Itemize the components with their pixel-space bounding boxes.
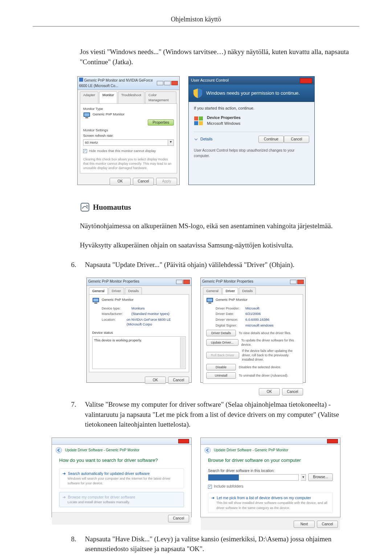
svg-rect-10: [93, 299, 98, 301]
uac-app-publisher: Microsoft Windows: [207, 121, 241, 127]
chevron-down-icon[interactable]: ▾: [301, 474, 306, 481]
back-icon[interactable]: [204, 447, 211, 454]
hide-modes-checkbox[interactable]: ✓: [83, 149, 87, 153]
driver-date-label: Driver Date:: [216, 312, 245, 316]
cancel-button[interactable]: Cancel: [133, 178, 154, 185]
svg-point-15: [56, 447, 62, 453]
figure-row-1: Generic PnP Monitor and NVIDIA GeForce 6…: [33, 76, 359, 185]
svg-rect-11: [94, 303, 97, 304]
option-subtitle: Locate and install driver software manua…: [68, 500, 181, 505]
maximize-button[interactable]: [164, 81, 171, 85]
note-icon: [80, 202, 90, 212]
note-paragraph-2: Hyväksytty alkuperäinen ohjain on saatav…: [80, 240, 359, 250]
close-button[interactable]: [297, 280, 304, 284]
next-button[interactable]: Next: [294, 521, 315, 528]
tab-general[interactable]: General: [203, 287, 222, 294]
svg-rect-13: [207, 299, 212, 301]
step-8-text: Napsauta "Have Disk..." (Levy) ja valits…: [85, 534, 359, 554]
step-6-number: 6.: [62, 260, 76, 270]
help-button[interactable]: [176, 280, 183, 284]
tab-driver[interactable]: Driver: [109, 287, 124, 294]
running-head: Ohjelmiston käyttö: [33, 15, 359, 24]
wizard-crumb: Update Driver Software - Generic PnP Mon…: [214, 448, 288, 453]
chevron-down-icon[interactable]: ▾: [168, 139, 174, 146]
ok-button[interactable]: OK: [259, 388, 280, 396]
option-search-automatically[interactable]: ➔Search automatically for updated driver…: [59, 468, 184, 488]
rollback-driver-desc: If the device fails after updating the d…: [242, 349, 300, 362]
step-7-text: Valitse "Browse my computer for driver s…: [85, 399, 359, 430]
figure-row-3: Update Driver Software - Generic PnP Mon…: [33, 438, 359, 517]
details-label: Details: [200, 136, 213, 142]
close-button[interactable]: [178, 439, 189, 443]
continue-button[interactable]: Continue: [258, 136, 284, 143]
tab-details[interactable]: Details: [125, 287, 142, 294]
minimize-button[interactable]: [157, 81, 163, 85]
tab-monitor[interactable]: Monitor: [99, 91, 117, 103]
close-button[interactable]: [327, 439, 338, 443]
search-location-input[interactable]: [208, 474, 299, 481]
close-button[interactable]: [171, 81, 178, 85]
refresh-rate-select[interactable]: 60 Hertz: [83, 139, 168, 146]
shield-icon: [193, 88, 203, 98]
device-type-label: Device type:: [102, 306, 131, 311]
driver-details-button[interactable]: Driver Details: [206, 330, 236, 336]
tab-general[interactable]: General: [89, 287, 108, 294]
svg-rect-8: [81, 203, 89, 211]
tab-details[interactable]: Details: [239, 287, 256, 294]
driver-version-value: 6.0.6000.16386: [245, 317, 269, 322]
option-title: Let me pick from a list of device driver…: [217, 495, 311, 501]
hide-modes-note: Clearing this check box allows you to se…: [83, 157, 174, 170]
back-icon[interactable]: [56, 447, 62, 454]
cancel-button[interactable]: Cancel: [282, 388, 303, 396]
ok-button[interactable]: OK: [110, 178, 131, 185]
svg-rect-0: [79, 78, 83, 82]
step-6-text: Napsauta "Update Driver..." (Päivitä ohj…: [85, 260, 359, 270]
uac-footer-text: User Account Control helps stop unauthor…: [194, 145, 309, 159]
top-rule: [33, 26, 359, 26]
uninstall-button[interactable]: Uninstall: [206, 372, 236, 379]
device-status-box: This device is working properly.: [92, 336, 186, 369]
step-7: 7. Valitse "Browse my computer for drive…: [33, 399, 359, 430]
driver-provider-value: Microsoft: [245, 306, 260, 311]
tab-driver[interactable]: Driver: [222, 287, 238, 294]
close-button[interactable]: [183, 280, 190, 284]
chevron-down-icon: [194, 137, 198, 141]
properties-button[interactable]: Properties: [148, 119, 174, 126]
apply-button[interactable]: Apply: [156, 178, 177, 185]
option-browse-computer[interactable]: ➔Browse my computer for driver software …: [59, 492, 184, 507]
disable-button[interactable]: Disable: [206, 364, 236, 370]
cancel-button[interactable]: Cancel: [168, 377, 189, 384]
close-button[interactable]: [300, 78, 312, 83]
browse-button[interactable]: Browse...: [308, 473, 333, 481]
monitor-type-label: Monitor Type: [83, 107, 174, 111]
manufacturer-label: Manufacturer:: [102, 312, 131, 316]
cancel-button[interactable]: Cancel: [317, 521, 338, 528]
digital-signer-value: microsoft windows: [245, 323, 274, 328]
tab-adapter[interactable]: Adapter: [80, 91, 98, 103]
driver-date-value: 6/21/2006: [245, 312, 261, 316]
refresh-rate-value: 60 Hertz: [85, 140, 98, 144]
step-6: 6. Napsauta "Update Driver..." (Päivitä …: [33, 260, 359, 270]
arrow-icon: ➔: [62, 495, 66, 500]
include-subfolders-checkbox[interactable]: ✓: [208, 485, 212, 489]
details-toggle[interactable]: Details: [194, 136, 213, 142]
display-properties-dialog: Generic PnP Monitor and NVIDIA GeForce 6…: [77, 76, 180, 185]
tab-troubleshoot[interactable]: Troubleshoot: [118, 91, 144, 103]
location-value: on NVIDIA GeForce 6600 LE (Microsoft Cor…: [127, 317, 186, 327]
cancel-button[interactable]: Cancel: [168, 515, 189, 522]
monitor-icon: [83, 112, 90, 119]
rollback-driver-button[interactable]: Roll Back Driver: [206, 352, 239, 358]
help-button[interactable]: [290, 280, 297, 284]
option-subtitle: This list will show installed driver sof…: [216, 501, 330, 510]
note-heading: Huomautus: [80, 202, 359, 213]
ok-button[interactable]: OK: [145, 377, 166, 384]
tab-color-management[interactable]: Color Management: [145, 91, 176, 103]
scrollbar[interactable]: [180, 337, 185, 368]
svg-rect-7: [199, 121, 203, 125]
option-pick-from-list[interactable]: ➔Let me pick from a list of device drive…: [208, 493, 333, 513]
arrow-icon: ➔: [62, 471, 66, 476]
update-driver-button[interactable]: Update Driver...: [206, 339, 238, 346]
step-8-number: 8.: [62, 534, 76, 544]
svg-rect-2: [84, 113, 89, 116]
cancel-button[interactable]: Cancel: [284, 136, 309, 143]
